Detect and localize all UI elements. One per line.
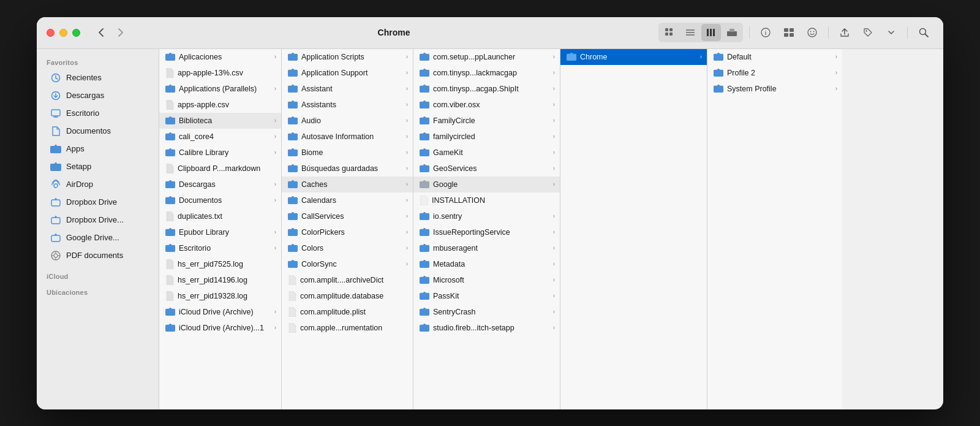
- tag-button[interactable]: [858, 24, 878, 41]
- list-item[interactable]: PassKit ›: [413, 288, 560, 304]
- chevron-icon: ›: [406, 69, 408, 76]
- list-item[interactable]: GeoServices ›: [413, 161, 560, 177]
- list-item[interactable]: Aplicaciones ›: [159, 49, 281, 65]
- chevron-icon: ›: [553, 213, 555, 219]
- back-button[interactable]: [92, 24, 110, 41]
- list-item[interactable]: IssueReportingService ›: [413, 224, 560, 240]
- view-column-button[interactable]: [701, 24, 721, 41]
- close-button[interactable]: [47, 29, 55, 37]
- list-item[interactable]: ColorSync ›: [282, 256, 413, 272]
- list-item[interactable]: io.sentry ›: [413, 208, 560, 224]
- list-item[interactable]: com.setup...ppLauncher ›: [413, 49, 560, 65]
- maximize-button[interactable]: [72, 29, 80, 37]
- list-item-system-profile[interactable]: System Profile ›: [707, 81, 842, 97]
- list-item[interactable]: Epubor Library ›: [159, 224, 281, 240]
- list-item[interactable]: iCloud Drive (Archive) ›: [159, 304, 281, 320]
- list-item[interactable]: Escritorio ›: [159, 240, 281, 256]
- sidebar-label-escritorio: Escritorio: [66, 108, 99, 118]
- list-item[interactable]: com.tinysp...acgap.ShipIt ›: [413, 81, 560, 97]
- view-list-button[interactable]: [680, 24, 700, 41]
- list-item-caches[interactable]: Caches ›: [282, 177, 413, 192]
- list-item[interactable]: Colors ›: [282, 240, 413, 256]
- view-grid-button[interactable]: [660, 24, 679, 41]
- sidebar-item-escritorio[interactable]: Escritorio: [40, 105, 155, 122]
- list-item[interactable]: SentryCrash ›: [413, 304, 560, 320]
- svg-rect-3: [669, 32, 673, 36]
- list-item-biblioteca[interactable]: Biblioteca ›: [159, 113, 281, 129]
- list-item-chrome[interactable]: Chrome ›: [560, 49, 707, 65]
- sidebar-label-recientes: Recientes: [66, 73, 102, 82]
- sidebar-item-apps[interactable]: Apps: [40, 140, 155, 158]
- svg-rect-10: [727, 31, 737, 36]
- emoji-button[interactable]: [802, 24, 822, 41]
- sidebar-section-favoritos: Favoritos: [37, 56, 159, 69]
- list-item[interactable]: Applications (Parallels) ›: [159, 81, 281, 97]
- sidebar-item-airdrop[interactable]: AirDrop: [40, 176, 155, 193]
- list-item[interactable]: Clipboard P....markdown: [159, 161, 281, 177]
- list-item[interactable]: com.amplitude.database: [282, 288, 413, 304]
- sidebar-label-documentos: Documentos: [66, 126, 111, 135]
- list-item[interactable]: Application Support ›: [282, 65, 413, 81]
- chevron-icon: ›: [553, 53, 555, 60]
- list-item[interactable]: app-apple-13%.csv: [159, 65, 281, 81]
- list-item[interactable]: com.amplit....archiveDict: [282, 272, 413, 288]
- list-item[interactable]: Descargas ›: [159, 177, 281, 192]
- list-item[interactable]: duplicates.txt: [159, 208, 281, 224]
- view-gallery-button[interactable]: [722, 24, 742, 41]
- sidebar-item-dropbox2[interactable]: Dropbox Drive...: [40, 211, 155, 229]
- list-item[interactable]: Biome ›: [282, 145, 413, 161]
- list-item[interactable]: Assistant ›: [282, 81, 413, 97]
- chevron-icon: ›: [274, 229, 276, 235]
- list-item[interactable]: com.apple...rumentation: [282, 320, 413, 336]
- list-item[interactable]: studio.fireb...itch-setapp ›: [413, 320, 560, 336]
- sidebar-item-recientes[interactable]: Recientes: [40, 69, 155, 86]
- chevron-down-button[interactable]: [881, 24, 901, 41]
- list-item[interactable]: Calibre Library ›: [159, 145, 281, 161]
- sidebar-item-dropbox[interactable]: Dropbox Drive: [40, 194, 155, 211]
- list-item[interactable]: CallServices ›: [282, 208, 413, 224]
- list-item[interactable]: Calendars ›: [282, 192, 413, 208]
- list-item[interactable]: Application Scripts ›: [282, 49, 413, 65]
- list-item[interactable]: com.amplitude.plist: [282, 304, 413, 320]
- list-item[interactable]: com.viber.osx ›: [413, 97, 560, 113]
- list-item[interactable]: familycircled ›: [413, 129, 560, 145]
- sidebar-item-documentos[interactable]: Documentos: [40, 123, 155, 140]
- sidebar-item-setapp[interactable]: Setapp: [40, 158, 155, 175]
- list-item-profile2[interactable]: Profile 2 ›: [707, 65, 842, 81]
- actions-dropdown-button[interactable]: ▾: [779, 24, 799, 41]
- list-item[interactable]: Audio ›: [282, 113, 413, 129]
- list-item[interactable]: apps-apple.csv: [159, 97, 281, 113]
- list-item[interactable]: Microsoft ›: [413, 272, 560, 288]
- minimize-button[interactable]: [59, 29, 67, 37]
- list-item[interactable]: GameKit ›: [413, 145, 560, 161]
- search-button[interactable]: [914, 24, 933, 41]
- share-button[interactable]: [835, 24, 854, 41]
- sidebar-item-descargas[interactable]: Descargas: [40, 87, 155, 104]
- sidebar-item-googledrive[interactable]: Google Drive...: [40, 229, 155, 246]
- list-item[interactable]: cali_core4 ›: [159, 129, 281, 145]
- list-item-default[interactable]: Default ›: [707, 49, 842, 65]
- column-1: Aplicaciones › app-apple-13%.csv Applica…: [159, 49, 282, 409]
- list-item[interactable]: com.tinysp...lackmacgap ›: [413, 65, 560, 81]
- chevron-icon: ›: [406, 245, 408, 251]
- list-item[interactable]: FamilyCircle ›: [413, 113, 560, 129]
- list-item[interactable]: INSTALLATION: [413, 192, 560, 208]
- list-item[interactable]: Autosave Information ›: [282, 129, 413, 145]
- list-item[interactable]: Documentos ›: [159, 192, 281, 208]
- svg-point-34: [55, 198, 57, 200]
- list-item[interactable]: iCloud Drive (Archive)...1 ›: [159, 320, 281, 336]
- list-item[interactable]: Metadata ›: [413, 256, 560, 272]
- list-item[interactable]: mbuseragent ›: [413, 240, 560, 256]
- list-item[interactable]: ColorPickers ›: [282, 224, 413, 240]
- list-item-google[interactable]: Google ›: [413, 177, 560, 192]
- list-item[interactable]: hs_err_pid14196.log: [159, 272, 281, 288]
- list-item[interactable]: hs_err_pid7525.log: [159, 256, 281, 272]
- chevron-icon: ›: [274, 324, 276, 331]
- sidebar-item-pdf[interactable]: PDF documents: [40, 247, 155, 264]
- list-item[interactable]: hs_err_pid19328.log: [159, 288, 281, 304]
- svg-line-24: [925, 34, 929, 37]
- list-item[interactable]: Búsquedas guardadas ›: [282, 161, 413, 177]
- list-item[interactable]: Assistants ›: [282, 97, 413, 113]
- forward-button[interactable]: [112, 24, 129, 41]
- info-button[interactable]: i: [756, 24, 775, 41]
